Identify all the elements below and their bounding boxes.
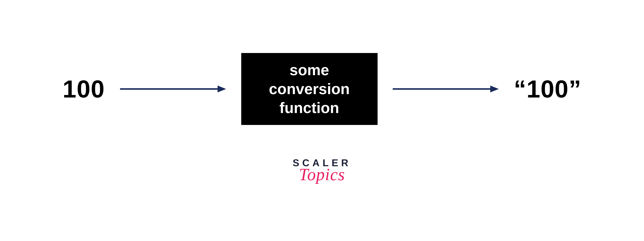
- box-text-line2: conversion: [260, 80, 359, 98]
- scaler-topics-logo: SCALER Topics: [293, 157, 352, 184]
- arrow-right: [393, 83, 499, 95]
- box-text-line3: function: [260, 98, 359, 118]
- conversion-diagram: 100 some conversion function “100”: [0, 53, 644, 125]
- arrow-icon: [120, 83, 226, 95]
- conversion-function-box: some conversion function: [241, 53, 378, 125]
- arrow-left: [120, 83, 226, 95]
- svg-marker-1: [218, 86, 226, 92]
- output-value: “100”: [514, 75, 582, 103]
- svg-marker-3: [490, 86, 499, 92]
- logo-text-topics: Topics: [293, 165, 352, 184]
- input-value: 100: [63, 75, 105, 103]
- arrow-icon: [393, 83, 499, 95]
- box-text-line1: some: [260, 60, 359, 80]
